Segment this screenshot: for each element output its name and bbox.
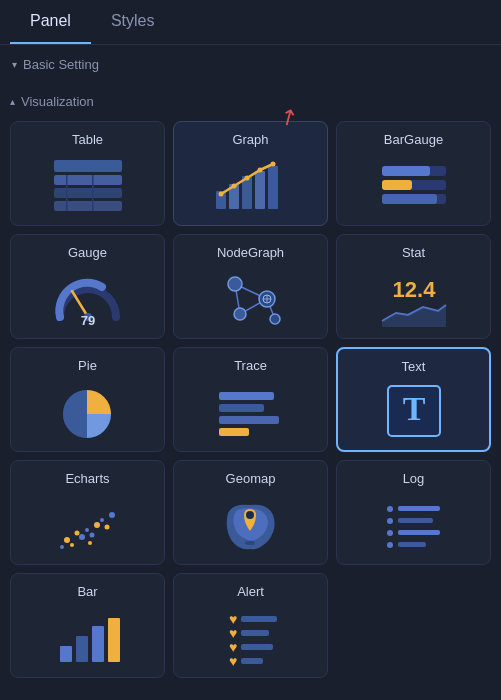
svg-point-54 <box>109 512 115 518</box>
svg-point-52 <box>100 518 104 522</box>
svg-rect-21 <box>382 194 437 204</box>
svg-rect-4 <box>66 175 68 211</box>
viz-card-trace[interactable]: Trace <box>173 347 328 452</box>
viz-label-text: Text <box>402 359 426 374</box>
visualization-header[interactable]: ▴ Visualization <box>10 90 491 113</box>
svg-point-51 <box>94 522 100 528</box>
viz-icon-log <box>345 492 482 556</box>
svg-point-45 <box>64 537 70 543</box>
basic-setting-section: ▾ Basic Setting <box>0 45 501 84</box>
viz-card-log[interactable]: Log <box>336 460 491 565</box>
basic-setting-header[interactable]: ▾ Basic Setting <box>12 53 489 76</box>
viz-icon-pie <box>19 379 156 443</box>
viz-label-nodegraph: NodeGraph <box>217 245 284 260</box>
svg-rect-3 <box>54 201 122 211</box>
svg-point-63 <box>387 530 393 536</box>
basic-setting-label: Basic Setting <box>23 57 99 72</box>
viz-card-gauge[interactable]: Gauge 79 <box>10 234 165 339</box>
viz-label-graph: Graph <box>232 132 268 147</box>
svg-rect-74 <box>241 630 269 636</box>
svg-point-56 <box>88 541 92 545</box>
svg-point-29 <box>228 277 242 291</box>
viz-icon-stat: 12.4 <box>345 266 482 330</box>
svg-rect-66 <box>398 542 426 547</box>
viz-card-nodegraph[interactable]: NodeGraph <box>173 234 328 339</box>
viz-card-text[interactable]: Text T <box>336 347 491 452</box>
viz-card-stat[interactable]: Stat 12.4 <box>336 234 491 339</box>
svg-marker-37 <box>382 305 446 327</box>
viz-label-bar: Bar <box>77 584 97 599</box>
viz-icon-trace <box>182 379 319 443</box>
svg-point-57 <box>245 541 255 545</box>
viz-label-log: Log <box>403 471 425 486</box>
svg-point-49 <box>85 528 89 532</box>
svg-point-13 <box>244 176 249 181</box>
svg-text:♥: ♥ <box>229 653 237 668</box>
svg-rect-76 <box>241 644 273 650</box>
svg-rect-40 <box>219 404 264 412</box>
viz-icon-geomap <box>182 492 319 556</box>
svg-rect-17 <box>382 166 430 176</box>
chevron-up-icon: ▴ <box>10 96 15 107</box>
viz-icon-table <box>19 153 156 217</box>
viz-label-pie: Pie <box>78 358 97 373</box>
viz-label-table: Table <box>72 132 103 147</box>
svg-rect-0 <box>54 160 122 172</box>
svg-point-50 <box>89 533 94 538</box>
svg-point-48 <box>79 534 85 540</box>
viz-label-geomap: Geomap <box>226 471 276 486</box>
viz-label-gauge: Gauge <box>68 245 107 260</box>
svg-point-31 <box>234 308 246 320</box>
viz-card-echarts[interactable]: Echarts <box>10 460 165 565</box>
svg-rect-42 <box>219 428 249 436</box>
viz-icon-text: T <box>346 380 481 442</box>
viz-card-bargauge[interactable]: BarGauge <box>336 121 491 226</box>
viz-label-trace: Trace <box>234 358 267 373</box>
svg-rect-78 <box>241 658 263 664</box>
svg-rect-39 <box>219 392 274 400</box>
viz-label-stat: Stat <box>402 245 425 260</box>
svg-rect-62 <box>398 518 433 523</box>
viz-icon-echarts <box>19 492 156 556</box>
viz-card-alert[interactable]: Alert ♥ ♥ ♥ ♥ <box>173 573 328 678</box>
svg-point-46 <box>74 531 79 536</box>
visualization-label: Visualization <box>21 94 94 109</box>
viz-icon-nodegraph <box>182 266 319 330</box>
svg-rect-10 <box>268 166 278 209</box>
chevron-down-icon: ▾ <box>12 59 17 70</box>
tab-panel[interactable]: Panel <box>10 0 91 44</box>
svg-rect-67 <box>60 646 72 662</box>
svg-rect-72 <box>241 616 277 622</box>
viz-card-pie[interactable]: Pie <box>10 347 165 452</box>
svg-point-15 <box>270 162 275 167</box>
viz-icon-gauge: 79 <box>19 266 156 330</box>
svg-rect-60 <box>398 506 440 511</box>
svg-rect-5 <box>92 175 94 211</box>
svg-point-32 <box>270 314 280 324</box>
viz-label-alert: Alert <box>237 584 264 599</box>
viz-card-bar[interactable]: Bar <box>10 573 165 678</box>
viz-card-graph[interactable]: ↗ Graph <box>173 121 328 226</box>
svg-point-14 <box>257 168 262 173</box>
svg-rect-70 <box>108 618 120 662</box>
visualization-section: ▴ Visualization Table ↗ Graph <box>0 84 501 688</box>
svg-point-53 <box>104 525 109 530</box>
svg-point-47 <box>70 543 74 547</box>
viz-grid: Table ↗ Graph <box>10 121 491 678</box>
viz-label-echarts: Echarts <box>65 471 109 486</box>
svg-text:T: T <box>402 390 425 427</box>
svg-text:12.4: 12.4 <box>392 277 436 302</box>
svg-rect-41 <box>219 416 279 424</box>
viz-icon-graph <box>182 153 319 217</box>
svg-rect-64 <box>398 530 440 535</box>
svg-point-58 <box>246 511 254 519</box>
viz-label-bargauge: BarGauge <box>384 132 443 147</box>
svg-rect-1 <box>54 175 122 185</box>
viz-card-table[interactable]: Table <box>10 121 165 226</box>
viz-card-geomap[interactable]: Geomap <box>173 460 328 565</box>
svg-point-12 <box>231 184 236 189</box>
tab-styles[interactable]: Styles <box>91 0 175 44</box>
viz-icon-bar <box>19 605 156 669</box>
svg-rect-19 <box>382 180 412 190</box>
header-tabs: Panel Styles <box>0 0 501 45</box>
